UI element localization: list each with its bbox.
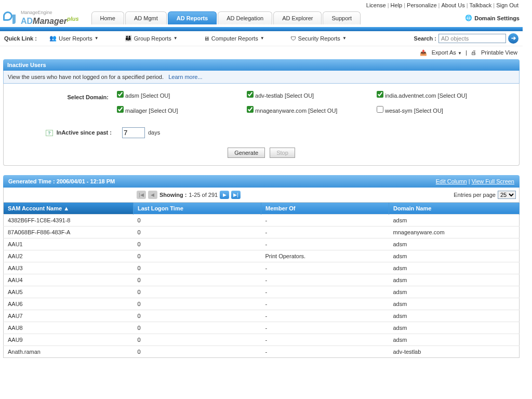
table-row[interactable]: AAU70-adsm: [4, 310, 520, 322]
cell-last: 0: [134, 226, 261, 238]
cell-dom: adsm: [389, 250, 520, 262]
select-ou-link[interactable]: [Select OU]: [438, 92, 467, 99]
table-row[interactable]: 4382B6FF-1C8E-4391-80-adsm: [4, 214, 520, 226]
top-link-about-us[interactable]: About Us: [441, 2, 464, 8]
search-input[interactable]: [438, 34, 506, 43]
separator: |: [469, 178, 470, 184]
cell-sam: AAU7: [4, 310, 134, 322]
top-links: License|Help|Personalize|About Us|Talkba…: [0, 0, 523, 10]
table-row[interactable]: AAU10-adsm: [4, 238, 520, 250]
select-ou-link[interactable]: [Select OU]: [308, 108, 337, 114]
table-row[interactable]: AAU50-adsm: [4, 286, 520, 298]
generated-time-label: Generated Time : 2006/04/01 - 12:18 PM: [8, 178, 115, 184]
separator: |: [466, 49, 467, 56]
logo: ManageEngine ADManagerplus: [3, 10, 79, 26]
tab-ad-reports[interactable]: AD Reports: [168, 11, 217, 24]
page-next-button[interactable]: ▶: [220, 191, 229, 199]
view-full-screen-link[interactable]: View Full Screen: [472, 178, 514, 184]
cell-member: -: [261, 262, 389, 274]
col-last-logon-time[interactable]: Last Logon Time: [134, 203, 261, 215]
top-link-talkback[interactable]: Talkback: [470, 2, 492, 8]
cell-dom: adsm: [389, 262, 520, 274]
ql-icon: 👨‍👩‍👦: [125, 35, 132, 42]
quick-link-user-reports[interactable]: 👥User Reports ▼: [49, 35, 99, 42]
cell-sam: AAU6: [4, 298, 134, 310]
domain-item-adv-testlab: adv-testlab [Select OU]: [247, 91, 377, 99]
cell-last: 0: [134, 274, 261, 286]
cell-member: -: [261, 286, 389, 298]
quick-link-computer-reports[interactable]: 🖥Computer Reports ▼: [204, 35, 264, 42]
select-ou-link[interactable]: [Select OU]: [141, 92, 170, 99]
learn-more-link[interactable]: Learn more...: [168, 74, 202, 80]
cell-sam: AAU3: [4, 262, 134, 274]
entries-per-page-select[interactable]: 25: [498, 191, 516, 199]
table-row[interactable]: AAU80-adsm: [4, 322, 520, 334]
table-row[interactable]: AAU90-adsm: [4, 334, 520, 345]
select-ou-link[interactable]: [Select OU]: [285, 92, 314, 99]
table-row[interactable]: AAU40-adsm: [4, 274, 520, 286]
domain-checkbox[interactable]: [117, 106, 124, 113]
top-link-personalize[interactable]: Personalize: [407, 2, 436, 8]
select-ou-link[interactable]: [Select OU]: [414, 108, 443, 114]
table-row[interactable]: AAU60-adsm: [4, 298, 520, 310]
quick-link-group-reports[interactable]: 👨‍👩‍👦Group Reports ▼: [125, 35, 178, 42]
tab-support[interactable]: Support: [323, 11, 361, 24]
logo-manager: Manager: [33, 17, 67, 25]
domain-name: mnageanyware.com: [255, 108, 307, 114]
domain-item-adsm: adsm [Select OU]: [117, 91, 247, 99]
cell-member: -: [261, 345, 389, 357]
col-member-of[interactable]: Member Of: [261, 203, 389, 215]
ql-label: Security Reports: [298, 35, 340, 42]
top-link-sign-out[interactable]: Sign Out: [496, 2, 518, 8]
top-link-license[interactable]: License: [366, 2, 386, 8]
select-ou-link[interactable]: [Select OU]: [149, 108, 178, 114]
cell-sam: 87A068BF-F886-483F-A: [4, 226, 134, 238]
search-go-button[interactable]: ➔: [508, 33, 518, 44]
days-input[interactable]: [122, 127, 145, 138]
results-table: SAM Account Name ▲Last Logon TimeMember …: [3, 203, 520, 358]
domain-settings-link[interactable]: 🌐 Domain Settings: [465, 15, 520, 21]
print-icon: 🖨: [471, 49, 476, 56]
edit-column-link[interactable]: Edit Column: [436, 178, 467, 184]
domain-checkbox[interactable]: [117, 91, 124, 98]
cell-last: 0: [134, 334, 261, 345]
cell-last: 0: [134, 286, 261, 298]
domain-checkbox[interactable]: [377, 106, 383, 113]
page-last-button[interactable]: ▶|: [231, 191, 241, 199]
cell-member: -: [261, 310, 389, 322]
ql-icon: 👥: [49, 35, 57, 42]
col-sam-account-name[interactable]: SAM Account Name ▲: [4, 203, 134, 215]
help-icon[interactable]: ?: [46, 130, 53, 136]
col-domain-name[interactable]: Domain Name: [389, 203, 520, 215]
tab-home[interactable]: Home: [91, 11, 124, 24]
export-icon: 📤: [420, 49, 427, 56]
cell-sam: Anath.raman: [4, 345, 134, 357]
quick-link-row: Quick Link : 👥User Reports ▼👨‍👩‍👦Group R…: [0, 31, 523, 46]
cell-last: 0: [134, 238, 261, 250]
table-row[interactable]: Anath.raman0-adv-testlab: [4, 345, 520, 357]
printable-view-link[interactable]: Printable View: [481, 49, 517, 56]
top-link-help[interactable]: Help: [391, 2, 403, 8]
table-row[interactable]: AAU30-adsm: [4, 262, 520, 274]
inactive-since-label: InActive since past :: [57, 129, 112, 136]
domain-checkbox[interactable]: [377, 91, 383, 98]
tab-ad-mgmt[interactable]: AD Mgmt: [125, 11, 167, 24]
tab-ad-delegation[interactable]: AD Delegation: [218, 11, 272, 24]
logo-manage: ManageEngine: [21, 10, 79, 16]
domain-name: india.adventnet.com: [385, 92, 436, 99]
export-as-link[interactable]: Export As ▼: [432, 49, 462, 56]
logo-ad: AD: [21, 17, 33, 25]
quick-link-security-reports[interactable]: 🛡Security Reports ▼: [290, 35, 347, 42]
tab-ad-explorer[interactable]: AD Explorer: [273, 11, 322, 24]
cell-last: 0: [134, 250, 261, 262]
domain-name: adsm: [125, 92, 139, 99]
cell-member: -: [261, 226, 389, 238]
cell-member: -: [261, 238, 389, 250]
domain-checkbox[interactable]: [247, 106, 254, 113]
domain-checkbox[interactable]: [247, 91, 254, 98]
cell-dom: adsm: [389, 334, 520, 345]
table-row[interactable]: AAU20Print Operators.adsm: [4, 250, 520, 262]
cell-last: 0: [134, 214, 261, 226]
generate-button[interactable]: Generate: [228, 148, 265, 158]
table-row[interactable]: 87A068BF-F886-483F-A0-mnageanyware.com: [4, 226, 520, 238]
